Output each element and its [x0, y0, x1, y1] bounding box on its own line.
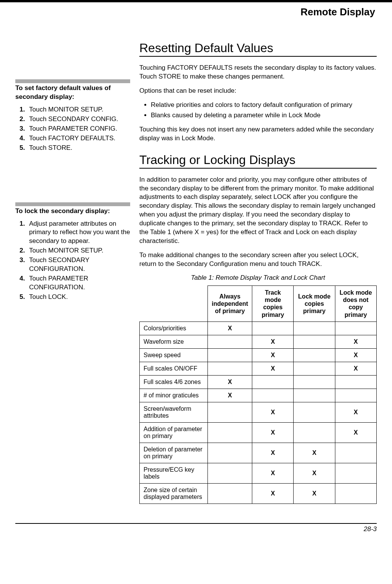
steps-list: Touch MONITOR SETUP. Touch SECONDARY CON…	[15, 105, 130, 153]
section-heading-resetting: Resetting Default Values	[139, 41, 377, 55]
table-row: Full scales 4/6 zonesX	[140, 375, 377, 389]
row-label: Sweep speed	[140, 348, 208, 362]
cell: X	[294, 463, 335, 483]
cell	[208, 483, 252, 504]
cell	[294, 348, 335, 362]
cell: X	[252, 422, 294, 443]
cell: X	[335, 348, 376, 362]
cell	[208, 443, 252, 463]
bullet-item: Blanks caused by deleting a parameter wh…	[151, 111, 377, 120]
table-row: Pressure/ECG key labelsXX	[140, 463, 377, 483]
step-item: Touch MONITOR SETUP.	[27, 105, 130, 114]
table-row: Deletion of parameter on primaryXX	[140, 443, 377, 463]
two-column-layout: To set factory default values of seconda…	[15, 41, 377, 504]
section-rule	[139, 168, 377, 169]
cell: X	[294, 443, 335, 463]
cell	[252, 375, 294, 389]
paragraph: Touching this key does not insert any ne…	[139, 125, 377, 143]
bullet-list: Relative priorities and colors to factor…	[139, 101, 377, 120]
step-item: Touch PARAMETER CONFIGURATION.	[27, 274, 130, 292]
cell	[208, 422, 252, 443]
cell	[294, 322, 335, 335]
step-item: Touch PARAMETER CONFIG.	[27, 125, 130, 133]
table-row: Full scales ON/OFFXX	[140, 362, 377, 375]
cell	[252, 389, 294, 402]
cell	[335, 322, 376, 335]
cell: X	[335, 362, 376, 375]
sidebar-heading: To set factory default values of seconda…	[15, 84, 130, 102]
table-header-blank	[140, 285, 208, 322]
spacer	[15, 168, 130, 202]
cell: X	[252, 362, 294, 375]
row-label: Zone size of certain displayed parameter…	[140, 483, 208, 504]
cell: X	[208, 322, 252, 335]
section-rule	[139, 56, 377, 57]
row-label: Waveform size	[140, 335, 208, 348]
cell: X	[252, 483, 294, 504]
row-label: Full scales 4/6 zones	[140, 375, 208, 389]
paragraph: Options that can be reset include:	[139, 87, 377, 95]
cell: X	[335, 422, 376, 443]
row-label: Screen/waveform attributes	[140, 402, 208, 422]
cell	[294, 375, 335, 389]
chapter-title: Remote Display	[15, 6, 377, 18]
table-row: Sweep speedXX	[140, 348, 377, 362]
cell: X	[208, 389, 252, 402]
sidebar-heading: To lock the secondary display:	[15, 207, 130, 216]
table-body: Colors/prioritiesX Waveform sizeXX Sweep…	[140, 322, 377, 504]
track-lock-table: Always independent of primary Track mode…	[139, 285, 377, 504]
sidebar-block-lock: To lock the secondary display: Adjust pa…	[15, 202, 130, 302]
row-label: Full scales ON/OFF	[140, 362, 208, 375]
cell	[335, 375, 376, 389]
table-row: Zone size of certain displayed parameter…	[140, 483, 377, 504]
cell	[335, 483, 376, 504]
footer-rule	[15, 523, 377, 524]
paragraph: To make additional changes to the second…	[139, 251, 377, 269]
table-row: Screen/waveform attributesXX	[140, 402, 377, 422]
cell	[208, 348, 252, 362]
table-caption: Table 1: Remote Display Track and Lock C…	[139, 274, 377, 282]
cell	[335, 389, 376, 402]
cell	[335, 443, 376, 463]
spacer	[15, 41, 130, 79]
steps-list: Adjust parameter attributes on primary t…	[15, 220, 130, 302]
paragraph: Touching FACTORY DEFAULTS resets the sec…	[139, 64, 377, 81]
table-row: Colors/prioritiesX	[140, 322, 377, 335]
grey-bar	[15, 79, 130, 83]
row-label: Addition of parameter on primary	[140, 422, 208, 443]
table-header: Always independent of primary	[208, 285, 252, 322]
cell	[208, 402, 252, 422]
page-number: 28-3	[15, 525, 377, 533]
paragraph: In addition to parameter color and prior…	[139, 176, 377, 246]
cell	[208, 335, 252, 348]
row-label: Pressure/ECG key labels	[140, 463, 208, 483]
cell: X	[252, 335, 294, 348]
step-item: Adjust parameter attributes on primary t…	[27, 220, 130, 246]
cell	[208, 362, 252, 375]
table-row: Waveform sizeXX	[140, 335, 377, 348]
cell: X	[252, 348, 294, 362]
cell	[335, 463, 376, 483]
step-item: Touch SECONDARY CONFIGURATION.	[27, 256, 130, 274]
table-header: Lock mode copies primary	[294, 285, 335, 322]
cell	[294, 335, 335, 348]
table-row: Addition of parameter on primaryXX	[140, 422, 377, 443]
step-item: Touch STORE.	[27, 144, 130, 153]
cell	[294, 422, 335, 443]
cell: X	[252, 463, 294, 483]
section-heading-tracking: Tracking or Locking Displays	[139, 153, 377, 167]
top-rule	[0, 0, 392, 2]
bullet-item: Relative priorities and colors to factor…	[151, 101, 377, 110]
step-item: Touch FACTORY DEFAULTS.	[27, 134, 130, 143]
cell: X	[335, 335, 376, 348]
cell	[294, 362, 335, 375]
grey-bar	[15, 202, 130, 206]
cell	[208, 463, 252, 483]
step-item: Touch LOCK.	[27, 293, 130, 302]
cell: X	[252, 402, 294, 422]
cell: X	[335, 402, 376, 422]
cell: X	[208, 375, 252, 389]
cell	[294, 389, 335, 402]
table-row: # of minor graticulesX	[140, 389, 377, 402]
row-label: Colors/priorities	[140, 322, 208, 335]
